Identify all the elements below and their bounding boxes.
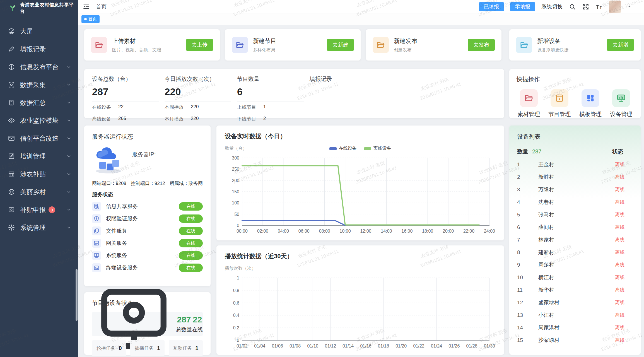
svg-text:01/26: 01/26 (448, 344, 460, 348)
svg-text:01/24: 01/24 (431, 344, 442, 348)
stat-title: 填报记录 (310, 75, 496, 83)
action-card: 新增设备 设备添加更快捷 去新增 (509, 29, 641, 61)
device-row[interactable]: 4 沈巷村 离线 (517, 196, 633, 208)
legend-item[interactable]: 离线设备 (364, 146, 391, 151)
play-stats-chart-card: 播放统计数据（近30天） 播放次数（次） 01/0201/0401/0601/0… (216, 245, 504, 355)
chart-title: 设备实时数据（今日） (225, 132, 496, 141)
quick-action-tile[interactable]: 素材管理 (518, 89, 540, 118)
sidebar-item[interactable]: 农业监控模块 (0, 112, 78, 129)
action-card: 上传素材 图片、视频、音频、文档 去上传 (84, 29, 220, 61)
device-row[interactable]: 9 周荡村 离线 (517, 259, 633, 271)
svg-text:0.4: 0.4 (233, 313, 239, 318)
legend-item[interactable]: 在线设备 (329, 146, 357, 151)
chevron-down-icon (66, 64, 71, 69)
device-row[interactable]: 1 王金村 离线 (517, 158, 633, 171)
status-offline: 离线 (615, 237, 624, 243)
sidebar-item[interactable]: 数据汇总 (0, 94, 78, 112)
svg-text:14:00: 14:00 (381, 229, 392, 233)
search-icon[interactable] (569, 3, 576, 10)
chevron-down-icon (66, 136, 71, 141)
device-row[interactable]: 5 张马村 离线 (517, 208, 633, 221)
device-row[interactable]: 2 新胜村 离线 (517, 171, 633, 183)
svg-text:00:00: 00:00 (237, 229, 248, 233)
svg-text:50: 50 (234, 212, 239, 217)
device-row[interactable]: 14 周家港村 离线 (517, 321, 633, 334)
service-row: 网关服务 在线 (92, 239, 203, 247)
sidebar-item[interactable]: 填报记录 (0, 40, 78, 58)
action-card-subtitle: 设备添加更快捷 (537, 47, 568, 53)
sidebar-item[interactable]: 数据采集 (0, 76, 78, 94)
avatar[interactable] (609, 1, 621, 13)
sidebar-menu: 大屏 填报记录 信息发布平台 数据采集 数据汇总 (0, 22, 78, 237)
fold-icon[interactable] (83, 3, 90, 10)
sidebar-item[interactable]: 信创平台改造 (0, 129, 78, 147)
action-card-button[interactable]: 去新增 (607, 39, 634, 51)
svg-text:100: 100 (232, 201, 239, 205)
cloud-server-illustration (92, 144, 125, 175)
quick-action-tile[interactable]: 设备管理 (610, 89, 632, 118)
action-card-button[interactable]: 去发布 (468, 39, 495, 51)
quick-action-tile[interactable]: 模板管理 (579, 89, 602, 118)
filled-report-button[interactable]: 已填报 (479, 2, 504, 11)
device-row[interactable]: 8 建新村 离线 (517, 246, 633, 259)
stat-value: 287 (92, 86, 165, 97)
device-row[interactable]: 6 薛间村 离线 (517, 221, 633, 233)
status-offline: 离线 (615, 249, 624, 255)
svg-text:01/22: 01/22 (413, 344, 424, 348)
action-card-button[interactable]: 去上传 (186, 39, 213, 51)
sidebar-item[interactable]: 补贴申报 0 (0, 201, 78, 219)
status-offline: 离线 (615, 274, 624, 281)
quick-action-tile[interactable]: 节目管理 (548, 89, 571, 118)
device-row[interactable]: 15 沙家埭村 离线 (517, 334, 633, 346)
action-card-button[interactable]: 去新建 (327, 39, 354, 51)
count-badge: 0 (49, 206, 55, 213)
doc-search-icon (92, 202, 101, 211)
svg-text:0.8: 0.8 (233, 288, 239, 293)
svg-text:300: 300 (232, 156, 239, 160)
sidebar-scrollbar[interactable] (76, 269, 78, 321)
app-title: 青浦农业农村信息共享平台 (20, 2, 78, 15)
device-row[interactable]: 12 盛家埭村 离线 (517, 296, 633, 309)
leaf-logo-icon (8, 4, 17, 12)
shield-icon (92, 214, 101, 223)
device-row[interactable]: 13 小江村 离线 (517, 309, 633, 321)
breadcrumb[interactable]: 首页 (96, 3, 107, 10)
chevron-down-icon (66, 118, 71, 123)
font-size-icon[interactable]: TT (595, 3, 603, 10)
sidebar-item[interactable]: 信息发布平台 (0, 58, 78, 76)
svg-text:0.6: 0.6 (233, 301, 239, 305)
svg-text:18:00: 18:00 (422, 229, 433, 233)
svg-text:01/10: 01/10 (307, 344, 318, 348)
caret-down-icon[interactable] (627, 4, 632, 9)
sidebar-item[interactable]: 系统管理 (0, 219, 78, 237)
svg-text:12:00: 12:00 (360, 229, 371, 233)
fullscreen-icon[interactable] (582, 3, 589, 10)
sidebar-item[interactable]: 培训管理 (0, 147, 78, 165)
device-row[interactable]: 11 新华村 离线 (517, 284, 633, 296)
stat-title: 节目数量 (237, 75, 310, 83)
edit-icon (8, 153, 15, 160)
device-row[interactable]: 7 林家村 离线 (517, 233, 633, 246)
device-row[interactable]: 3 万隆村 离线 (517, 183, 633, 196)
status-online-badge: 在线 (179, 239, 203, 247)
tab-home[interactable]: 首页 (81, 15, 100, 23)
folder-icon (516, 37, 532, 53)
table-icon (8, 170, 15, 178)
device-row[interactable]: 10 横江村 离线 (517, 271, 633, 284)
status-offline: 离线 (615, 337, 624, 343)
service-status-title: 服务状态 (92, 191, 203, 198)
sidebar-item[interactable]: 美丽乡村 (0, 183, 78, 201)
scan-icon (8, 81, 15, 88)
zero-report-button[interactable]: 零填报 (510, 2, 535, 11)
stat-sub-label: 本月播放 (165, 116, 184, 122)
system-switch[interactable]: 系统切换 (541, 3, 563, 10)
sidebar-item[interactable]: 涉农补贴 (0, 165, 78, 183)
service-row: 信息共享服务 在线 (92, 202, 203, 211)
service-row: 文件服务 在线 (92, 227, 203, 235)
sidebar-item[interactable]: 大屏 (0, 22, 78, 40)
svg-text:T: T (596, 4, 599, 9)
stat-sub-label: 离线设备 (92, 116, 111, 122)
action-card-title: 新增设备 (537, 37, 568, 45)
svg-text:01/14: 01/14 (342, 344, 354, 348)
task-stat-box: 插播任务 1 (130, 340, 164, 356)
